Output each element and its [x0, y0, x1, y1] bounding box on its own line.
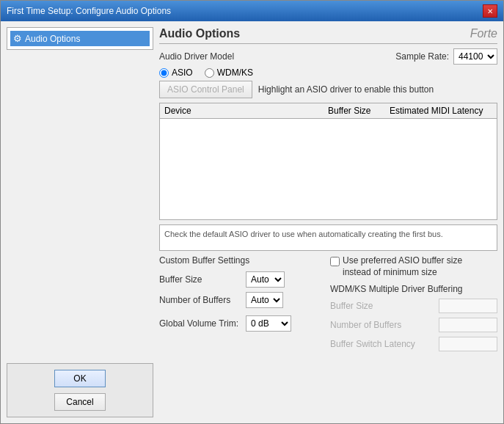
right-panel: Audio Options Forte Audio Driver Model S… [159, 27, 497, 417]
bottom-buttons-panel: OK Cancel [7, 363, 153, 417]
title-bar-controls: ✕ [483, 4, 497, 18]
asio-control-panel-row: ASIO Control Panel Highlight an ASIO dri… [159, 81, 497, 98]
wdm-ks-title: WDM/KS Multiple Driver Buffering [330, 284, 497, 294]
sample-rate-select[interactable]: 44100 48000 88200 96000 [453, 48, 497, 65]
title-bar: First Time Setup: Configure Audio Option… [1, 1, 503, 21]
close-button[interactable]: ✕ [483, 4, 497, 18]
wdm-buffer-size-input [439, 299, 497, 313]
radio-group: ASIO WDM/KS [159, 67, 497, 78]
global-volume-select[interactable]: 0 dB -3 dB -6 dB -12 dB +3 dB +6 dB [246, 315, 291, 332]
hint-text: Check the default ASIO driver to use whe… [159, 224, 497, 251]
buffer-size-row: Buffer Size Auto 64 128 256 512 1024 [159, 271, 321, 288]
sidebar-item-label: Audio Options [25, 34, 80, 44]
driver-model-label: Audio Driver Model [159, 51, 234, 62]
panel-title: Audio Options [159, 27, 240, 40]
left-bottom: Custom Buffer Settings Buffer Size Auto … [159, 255, 321, 351]
brand-label: Forte [470, 27, 497, 40]
buffer-size-select[interactable]: Auto 64 128 256 512 1024 [246, 271, 285, 288]
global-volume-label: Global Volume Trim: [159, 318, 240, 329]
custom-buffer-title: Custom Buffer Settings [159, 255, 321, 266]
ok-button[interactable]: OK [54, 370, 106, 387]
wdm-num-buffers-input [439, 318, 497, 332]
col-buffer-header: Buffer Size [328, 106, 387, 116]
right-bottom: Use preferred ASIO buffer sizeinstead of… [330, 255, 497, 351]
window-title: First Time Setup: Configure Audio Option… [7, 6, 171, 16]
window-body: ⚙ Audio Options OK Cancel Audio Options … [1, 21, 503, 423]
sample-rate-row: Sample Rate: 44100 48000 88200 96000 [395, 48, 497, 65]
wdm-buffer-size-label: Buffer Size [330, 301, 433, 311]
asio-control-panel-button[interactable]: ASIO Control Panel [159, 81, 252, 98]
wdm-buffer-size-row: Buffer Size [330, 299, 497, 313]
col-latency-header: Estimated MIDI Latency [390, 106, 492, 116]
device-table: Device Buffer Size Estimated MIDI Latenc… [159, 103, 497, 220]
sample-rate-label: Sample Rate: [395, 51, 449, 62]
wdm-num-buffers-label: Number of Buffers [330, 320, 433, 330]
device-table-header: Device Buffer Size Estimated MIDI Latenc… [160, 103, 497, 119]
device-table-body [160, 119, 497, 207]
buffer-size-label: Buffer Size [159, 274, 240, 285]
wdm-switch-latency-label: Buffer Switch Latency [330, 339, 433, 349]
wdm-ks-radio[interactable] [205, 68, 214, 78]
num-buffers-row: Number of Buffers Auto 2 3 4 [159, 292, 321, 308]
driver-model-row: Audio Driver Model Sample Rate: 44100 48… [159, 48, 497, 65]
asio-label: ASIO [172, 67, 193, 78]
wdm-switch-latency-row: Buffer Switch Latency [330, 337, 497, 351]
wdm-ks-radio-label[interactable]: WDM/KS [205, 67, 253, 78]
num-buffers-select[interactable]: Auto 2 3 4 [246, 292, 283, 308]
num-buffers-label: Number of Buffers [159, 295, 240, 305]
sidebar-item-audio-options[interactable]: ⚙ Audio Options [10, 31, 150, 46]
asio-hint-text: Highlight an ASIO driver to enable this … [258, 84, 434, 95]
bottom-section: Custom Buffer Settings Buffer Size Auto … [159, 255, 497, 351]
wdm-switch-latency-input [439, 337, 497, 351]
preferred-asio-row: Use preferred ASIO buffer sizeinstead of… [330, 255, 497, 278]
main-window: First Time Setup: Configure Audio Option… [0, 0, 504, 424]
preferred-asio-label: Use preferred ASIO buffer sizeinstead of… [343, 255, 462, 278]
asio-radio[interactable] [159, 68, 169, 78]
asio-radio-label[interactable]: ASIO [159, 67, 193, 78]
panel-header: Audio Options Forte [159, 27, 497, 44]
global-volume-row: Global Volume Trim: 0 dB -3 dB -6 dB -12… [159, 315, 321, 332]
driver-model-section: Audio Driver Model Sample Rate: 44100 48… [159, 48, 497, 98]
gear-icon: ⚙ [13, 33, 22, 44]
wdm-ks-label: WDM/KS [217, 67, 253, 78]
col-device-header: Device [164, 106, 325, 116]
wdm-num-buffers-row: Number of Buffers [330, 318, 497, 332]
left-panel: ⚙ Audio Options [7, 27, 153, 50]
cancel-button[interactable]: Cancel [54, 393, 106, 411]
preferred-asio-checkbox[interactable] [330, 257, 340, 266]
